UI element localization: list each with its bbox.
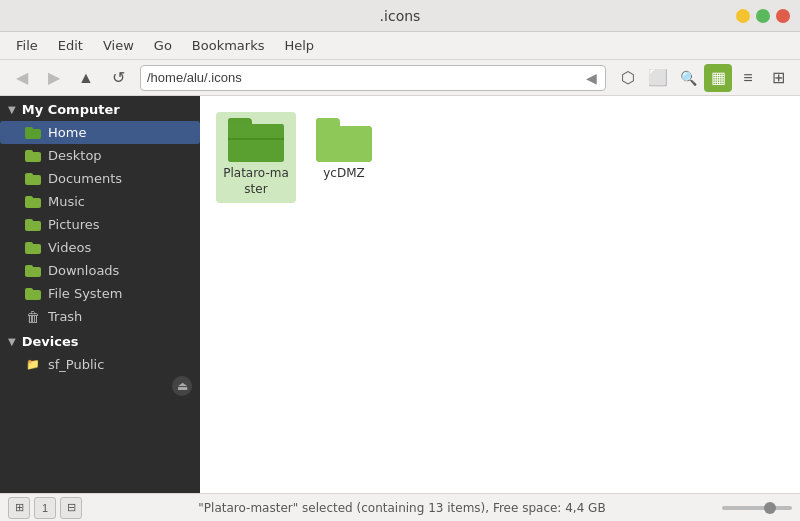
plataro-master-folder-icon (228, 118, 284, 162)
desktop-folder-icon (24, 149, 42, 163)
close-button[interactable] (776, 9, 790, 23)
menu-help[interactable]: Help (276, 36, 322, 55)
eject-icon: ⏏ (177, 379, 188, 393)
menu-view[interactable]: View (95, 36, 142, 55)
eject-button[interactable]: ⏏ (172, 376, 192, 396)
sf-folder-icon: 📁 (24, 358, 42, 372)
split-view-button[interactable]: ⬜ (644, 64, 672, 92)
maximize-button[interactable] (756, 9, 770, 23)
sidebar-item-downloads-label: Downloads (48, 263, 119, 278)
ycdmz-folder-icon (316, 118, 372, 162)
status-bar-right (722, 506, 792, 510)
up-icon: ▲ (78, 69, 94, 87)
reload-icon: ↺ (112, 68, 125, 87)
collapse-arrow-icon: ▼ (8, 104, 16, 115)
downloads-folder-icon (24, 264, 42, 278)
reload-button[interactable]: ↺ (104, 64, 132, 92)
sidebar-item-desktop-label: Desktop (48, 148, 102, 163)
menu-go[interactable]: Go (146, 36, 180, 55)
main-area: ▼ My Computer Home Desktop Documents (0, 96, 800, 493)
title-bar: .icons (0, 0, 800, 32)
menu-edit[interactable]: Edit (50, 36, 91, 55)
toggle-panels-button[interactable]: ⬡ (614, 64, 642, 92)
pictures-folder-icon (24, 218, 42, 232)
file-browser: Plataro-master ycDMZ (200, 96, 800, 493)
status-icon-btn-1[interactable]: ⊞ (8, 497, 30, 519)
sidebar-item-sf-public-label: sf_Public (48, 357, 104, 372)
grid-icon: ▦ (711, 68, 726, 87)
devices-section[interactable]: ▼ Devices (0, 328, 200, 353)
status-icon-btn-3[interactable]: ⊟ (60, 497, 82, 519)
home-folder-icon (24, 126, 42, 140)
search-button[interactable]: 🔍 (674, 64, 702, 92)
filesystem-folder-icon (24, 287, 42, 301)
sidebar-item-downloads[interactable]: Downloads (0, 259, 200, 282)
window-controls (736, 9, 790, 23)
zoom-slider[interactable] (722, 506, 792, 510)
trash-icon: 🗑 (24, 310, 42, 324)
status-icon-1: ⊞ (15, 501, 24, 514)
sidebar-item-home[interactable]: Home (0, 121, 200, 144)
documents-folder-icon (24, 172, 42, 186)
forward-icon: ▶ (48, 68, 60, 87)
split-icon: ⬜ (648, 68, 668, 87)
sidebar-item-music[interactable]: Music (0, 190, 200, 213)
sidebar-item-filesystem[interactable]: File System (0, 282, 200, 305)
compact-icon: ⊞ (772, 68, 785, 87)
toolbar-right: ⬡ ⬜ 🔍 ▦ ≡ ⊞ (614, 64, 792, 92)
list-view-button[interactable]: ≡ (734, 64, 762, 92)
sidebar: ▼ My Computer Home Desktop Documents (0, 96, 200, 493)
status-icon-3: ⊟ (67, 501, 76, 514)
compact-view-button[interactable]: ⊞ (764, 64, 792, 92)
sidebar-item-filesystem-label: File System (48, 286, 122, 301)
clear-icon: ◀ (586, 70, 597, 86)
address-clear-button[interactable]: ◀ (584, 70, 599, 86)
devices-label: Devices (22, 334, 79, 349)
zoom-thumb[interactable] (764, 502, 776, 514)
devices-collapse-arrow-icon: ▼ (8, 336, 16, 347)
status-bar: ⊞ 1 ⊟ "Plataro-master" selected (contain… (0, 493, 800, 521)
forward-button[interactable]: ▶ (40, 64, 68, 92)
panels-icon: ⬡ (621, 68, 635, 87)
minimize-button[interactable] (736, 9, 750, 23)
address-input[interactable] (147, 70, 584, 85)
folder-item-ycdmz[interactable]: ycDMZ (304, 112, 384, 203)
ycdmz-label: ycDMZ (323, 166, 365, 182)
music-folder-icon (24, 195, 42, 209)
list-icon: ≡ (743, 69, 752, 87)
folder-item-plataro-master[interactable]: Plataro-master (216, 112, 296, 203)
status-icon-2: 1 (42, 502, 48, 514)
menu-file[interactable]: File (8, 36, 46, 55)
sidebar-item-videos[interactable]: Videos (0, 236, 200, 259)
sidebar-item-pictures-label: Pictures (48, 217, 99, 232)
status-text: "Plataro-master" selected (containing 13… (90, 501, 714, 515)
sidebar-item-documents-label: Documents (48, 171, 122, 186)
toolbar: ◀ ▶ ▲ ↺ ◀ ⬡ ⬜ 🔍 ▦ ≡ ⊞ (0, 60, 800, 96)
sidebar-item-documents[interactable]: Documents (0, 167, 200, 190)
icon-view-button[interactable]: ▦ (704, 64, 732, 92)
sidebar-item-music-label: Music (48, 194, 85, 209)
back-icon: ◀ (16, 68, 28, 87)
menu-bookmarks[interactable]: Bookmarks (184, 36, 273, 55)
sidebar-item-videos-label: Videos (48, 240, 91, 255)
my-computer-label: My Computer (22, 102, 120, 117)
my-computer-section[interactable]: ▼ My Computer (0, 96, 200, 121)
sidebar-item-trash[interactable]: 🗑 Trash (0, 305, 200, 328)
window-title: .icons (380, 8, 421, 24)
sidebar-item-home-label: Home (48, 125, 86, 140)
plataro-master-label: Plataro-master (222, 166, 290, 197)
search-icon: 🔍 (680, 70, 697, 86)
videos-folder-icon (24, 241, 42, 255)
address-bar-container: ◀ (140, 65, 606, 91)
sidebar-item-pictures[interactable]: Pictures (0, 213, 200, 236)
up-button[interactable]: ▲ (72, 64, 100, 92)
sidebar-item-sf-public[interactable]: 📁 sf_Public (0, 353, 200, 376)
sidebar-item-trash-label: Trash (48, 309, 82, 324)
menu-bar: File Edit View Go Bookmarks Help (0, 32, 800, 60)
status-bar-left: ⊞ 1 ⊟ (8, 497, 82, 519)
back-button[interactable]: ◀ (8, 64, 36, 92)
status-icon-btn-2[interactable]: 1 (34, 497, 56, 519)
sidebar-item-desktop[interactable]: Desktop (0, 144, 200, 167)
